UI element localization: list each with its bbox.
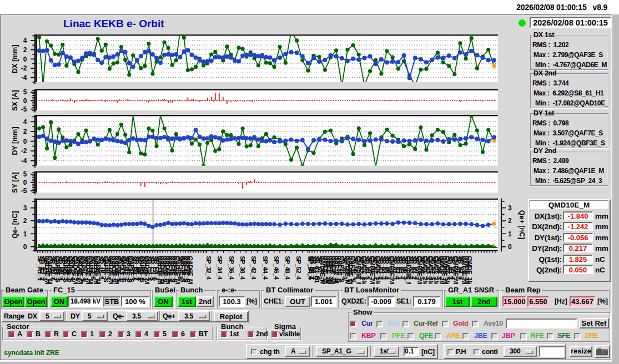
svg-text:QAD6E_M: QAD6E_M xyxy=(187,256,194,284)
svg-text:-4: -4 xyxy=(21,157,27,165)
svg-text:5: 5 xyxy=(23,88,27,96)
svg-text:SP_36_4: SP_36_4 xyxy=(228,256,235,280)
svg-text:Qe- [nC]: Qe- [nC] xyxy=(11,211,19,238)
svg-text:1: 1 xyxy=(508,230,512,238)
svg-text:SP_34_4: SP_34_4 xyxy=(217,256,223,280)
svg-text:SP_48_4: SP_48_4 xyxy=(284,256,291,280)
svg-text:-4: -4 xyxy=(21,74,27,82)
svg-text:0: 0 xyxy=(508,243,512,251)
svg-text:4: 4 xyxy=(23,118,27,126)
svg-text:-5: -5 xyxy=(21,105,27,113)
svg-text:3: 3 xyxy=(508,204,512,212)
svg-text:2: 2 xyxy=(23,217,27,225)
svg-text:1: 1 xyxy=(23,230,27,238)
svg-text:-2: -2 xyxy=(21,64,27,72)
svg-text:2: 2 xyxy=(23,128,27,135)
svg-text:DY [mm]: DY [mm] xyxy=(11,127,19,155)
svg-text:SP_38_4: SP_38_4 xyxy=(239,256,246,280)
svg-text:-2: -2 xyxy=(21,147,27,155)
svg-text:0: 0 xyxy=(23,55,27,63)
svg-text:3: 3 xyxy=(23,204,27,212)
svg-text:SP_42_4: SP_42_4 xyxy=(250,256,257,280)
svg-text:0: 0 xyxy=(23,179,27,186)
svg-text:Qe+ [nC]: Qe+ [nC] xyxy=(518,210,526,239)
svg-text:SP_44_4: SP_44_4 xyxy=(262,256,269,280)
svg-text:SX [A]: SX [A] xyxy=(11,90,19,111)
svg-text:-5: -5 xyxy=(21,187,27,195)
svg-text:SY [A]: SY [A] xyxy=(11,172,19,193)
svg-text:SP_52_4: SP_52_4 xyxy=(295,256,302,280)
svg-text:4: 4 xyxy=(23,37,27,44)
svg-text:SP_32_4: SP_32_4 xyxy=(205,256,212,280)
svg-text:2: 2 xyxy=(508,217,512,225)
svg-text:0: 0 xyxy=(23,243,27,251)
svg-text:5: 5 xyxy=(23,170,27,178)
svg-text:0: 0 xyxy=(23,138,27,145)
svg-text:DX [mm]: DX [mm] xyxy=(11,44,19,73)
svg-text:0: 0 xyxy=(23,97,27,105)
svg-text:SP_46_4: SP_46_4 xyxy=(273,256,280,280)
svg-text:QWDE_3M: QWDE_3M xyxy=(466,256,473,285)
svg-text:2: 2 xyxy=(23,46,27,54)
